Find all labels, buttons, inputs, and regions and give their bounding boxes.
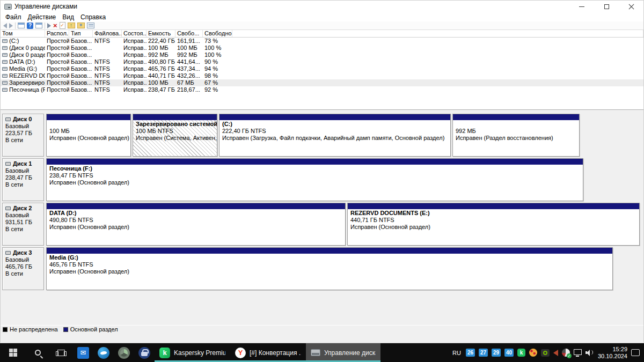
network-tray-icon[interactable] <box>574 349 582 355</box>
volume-icon <box>2 53 8 57</box>
back-icon[interactable] <box>3 23 7 28</box>
menubar: Файл Действие Вид Справка <box>1 12 643 21</box>
folder-up-icon[interactable]: ↑ <box>68 23 75 28</box>
disk-2-header[interactable]: Диск 2 Базовый931,51 ГБВ сети <box>2 203 44 246</box>
time: 15:29 <box>598 346 627 353</box>
partition-system-reserved[interactable]: Зарезервировано системой100 МБ NTFSИспра… <box>133 114 217 157</box>
sensor-badge[interactable]: 26 <box>466 349 475 357</box>
taskbar-app-yandex-browser[interactable]: Y [#] Конвертация ... <box>230 343 306 362</box>
close-button[interactable] <box>619 1 643 12</box>
kaspersky-tray-icon[interactable]: k <box>517 349 525 357</box>
disk-1-header[interactable]: Диск 1 Базовый238,47 ГБВ сети <box>2 158 44 201</box>
column-header-type[interactable]: Тип <box>69 30 93 37</box>
legend: Не распределена Основной раздел <box>1 325 643 333</box>
table-row[interactable]: REZERVD DOC... ПростойБазов...NTFS Испра… <box>1 72 643 79</box>
volume-icon <box>2 60 8 64</box>
column-header-percent-free[interactable]: Свободно... <box>203 30 232 37</box>
kaspersky-icon: k <box>159 348 170 358</box>
disk-icon <box>5 162 11 166</box>
password-manager-app-button[interactable] <box>134 343 155 362</box>
partition-color-bar <box>453 114 579 120</box>
table-row[interactable]: DATA (D:) ПростойБазов...NTFS Исправ...4… <box>1 58 643 65</box>
disk-icon <box>5 117 11 121</box>
menu-view[interactable]: Вид <box>59 13 77 21</box>
partition-c[interactable]: (C:)222,40 ГБ NTFSИсправен (Загрузка, Фа… <box>219 114 451 157</box>
volume-tray-icon[interactable] <box>586 349 594 356</box>
volume-icon <box>2 46 8 50</box>
taskbar-app-kaspersky[interactable]: k Kaspersky Premium <box>155 343 230 362</box>
minimize-button[interactable] <box>569 1 594 12</box>
disk-3-header[interactable]: Диск 3 Базовый465,76 ГБВ сети <box>2 247 44 290</box>
volume-icon <box>2 67 8 71</box>
delete-volume-icon[interactable]: × <box>53 23 57 29</box>
maximize-icon <box>604 4 609 9</box>
thunderbird-app-button[interactable] <box>93 343 114 362</box>
column-header-status[interactable]: Состоя... <box>122 30 147 37</box>
graphical-view: Диск 0 Базовый223,57 ГБВ сети 100 МБИспр… <box>1 109 643 325</box>
partition-e[interactable]: REZERVD DOCUMENTS (E:)440,71 ГБ NTFSИспр… <box>347 203 640 246</box>
clock[interactable]: 15:29 30.10.2024 <box>598 346 627 360</box>
utility-tray-icon[interactable] <box>529 349 537 357</box>
sensor-badge[interactable]: 40 <box>504 349 514 357</box>
table-row[interactable]: (Диск 0 разде... ПростойБазов... Исправ.… <box>1 51 643 58</box>
action-pointer-icon[interactable] <box>47 23 51 28</box>
browser-app-button[interactable] <box>114 343 134 362</box>
partition-unnamed-100mb[interactable]: 100 МБИсправен (Основной раздел) <box>46 114 131 157</box>
column-header-layout[interactable]: Распол... <box>45 30 69 37</box>
titlebar: Управление дисками <box>1 1 643 12</box>
table-row[interactable]: (Диск 0 разде... ПростойБазов... Исправ.… <box>1 45 643 51</box>
search-icon <box>35 350 41 356</box>
language-indicator[interactable]: RU <box>451 350 462 356</box>
table-row-selected[interactable]: Зарезервиро... ПростойБазов...NTFS Испра… <box>1 79 643 86</box>
partition-color-bar <box>47 159 583 165</box>
search-button[interactable] <box>26 343 49 362</box>
column-header-capacity[interactable]: Емкость <box>147 30 175 37</box>
sensor-badge[interactable]: 29 <box>492 349 501 357</box>
task-view-button[interactable] <box>49 343 73 362</box>
maximize-button[interactable] <box>594 1 619 12</box>
mail-app-button[interactable]: ✉ <box>73 343 93 362</box>
mail-icon: ✉ <box>77 347 89 359</box>
lock-icon <box>138 347 150 359</box>
system-tray: RU 26 27 29 40 k 15:29 30.10.2024 <box>451 343 644 362</box>
table-row[interactable]: Песочница (F:) ПростойБазов...NTFS Испра… <box>1 86 643 93</box>
column-header-free[interactable]: Свобо... <box>175 30 203 37</box>
volume-icon <box>2 74 8 78</box>
legend-unallocated: Не распределена <box>3 326 58 333</box>
sensor-badge[interactable]: 27 <box>479 349 488 357</box>
menu-file[interactable]: Файл <box>2 13 25 21</box>
pie-chart-tray-icon[interactable] <box>562 349 570 357</box>
volume-icon <box>2 81 8 85</box>
forward-icon[interactable] <box>9 23 13 28</box>
volume-list: Том Распол... Тип Файлова... Состоя... Е… <box>1 30 643 109</box>
partition-g[interactable]: Media (G:)465,76 ГБ NTFSИсправен (Основн… <box>46 247 613 290</box>
menu-help[interactable]: Справка <box>77 13 109 21</box>
menu-action[interactable]: Действие <box>25 13 60 21</box>
date: 30.10.2024 <box>598 353 627 360</box>
column-header-volume[interactable]: Том <box>1 30 45 37</box>
details-icon[interactable] <box>87 23 94 28</box>
start-button[interactable] <box>0 343 26 362</box>
folder-search-icon[interactable]: + <box>77 23 85 28</box>
disk-icon <box>5 251 11 255</box>
partition-recovery[interactable]: 992 МБИсправен (Раздел восстановления) <box>452 114 580 157</box>
console-tree-icon[interactable] <box>18 23 25 28</box>
partition-d[interactable]: DATA (D:)490,80 ГБ NTFSИсправен (Основно… <box>46 203 346 246</box>
table-row[interactable]: Media (G:) ПростойБазов...NTFS Исправ...… <box>1 65 643 72</box>
partition-f[interactable]: Песочница (F:)238,47 ГБ NTFSИсправен (Ос… <box>46 158 583 201</box>
partition-color-bar <box>133 114 217 120</box>
properties-check-icon[interactable]: ✓ <box>60 22 65 29</box>
volume-icon <box>2 39 8 43</box>
help-icon[interactable]: ? <box>27 23 33 29</box>
disk-0-header[interactable]: Диск 0 Базовый223,57 ГБВ сети <box>2 114 44 157</box>
column-header-filesystem[interactable]: Файлова... <box>93 30 122 37</box>
audio-mixer-tray-icon[interactable] <box>553 350 558 356</box>
table-row[interactable]: (C:) ПростойБазов...NTFS Исправ...222,40… <box>1 38 643 45</box>
action-center-icon[interactable] <box>631 349 640 356</box>
show-window-icon[interactable] <box>35 23 42 28</box>
disk-management-icon <box>311 349 320 356</box>
yandex-browser-icon: Y <box>235 348 246 358</box>
taskbar-app-disk-management[interactable]: Управление диска... <box>306 343 380 362</box>
windows-logo-icon <box>9 349 17 357</box>
nvidia-tray-icon[interactable] <box>541 349 550 357</box>
